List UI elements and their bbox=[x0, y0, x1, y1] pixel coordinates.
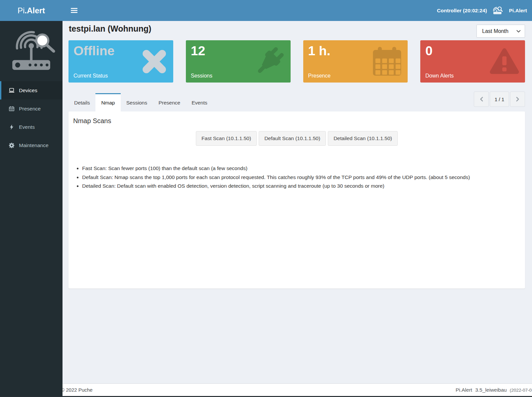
stat-label: Presence bbox=[308, 73, 331, 79]
device-tabs: Details Nmap Sessions Presence Events 1 … bbox=[68, 93, 525, 111]
note-item: Default Scan: Nmap scans the top 1,000 p… bbox=[82, 173, 525, 182]
chevron-right-icon bbox=[516, 97, 520, 102]
page-title: testpi.lan (Wohnung) bbox=[69, 24, 151, 34]
default-scan-button[interactable]: Default Scan (10.1.1.50) bbox=[259, 131, 326, 146]
gear-icon bbox=[9, 143, 15, 148]
page-header: testpi.lan (Wohnung) Last Month bbox=[68, 21, 525, 40]
stat-label: Sessions bbox=[191, 73, 212, 79]
stat-card-down-alerts: 0 Down Alerts bbox=[420, 40, 525, 83]
x-icon bbox=[141, 48, 168, 75]
footer-version-date: (2022-07-07) bbox=[510, 388, 532, 393]
bolt-icon bbox=[9, 124, 15, 130]
pager-page-indicator: 1 / 1 bbox=[490, 92, 509, 107]
stat-cards: Offline Current Status 12 Sessions bbox=[68, 40, 525, 83]
sidebar: Devices Presence bbox=[0, 21, 63, 397]
page-footer: © 2022 Puche Pi.Alert 3.5_leiweibau (202… bbox=[57, 383, 532, 396]
nmap-scan-buttons: Fast Scan (10.1.1.50) Default Scan (10.1… bbox=[68, 131, 525, 146]
stat-label: Current Status bbox=[73, 73, 108, 79]
sidebar-item-events[interactable]: Events bbox=[0, 118, 63, 136]
footer-copyright: © 2022 Puche bbox=[61, 387, 92, 393]
sidebar-item-label: Devices bbox=[19, 88, 37, 94]
period-select[interactable]: Last Month bbox=[476, 25, 525, 38]
main-content: testpi.lan (Wohnung) Last Month Offline … bbox=[63, 21, 532, 397]
footer-version-number: 3.5_leiweibau bbox=[475, 387, 507, 393]
footer-version: Pi.Alert 3.5_leiweibau (2022-07-07) bbox=[456, 387, 532, 393]
tab-events[interactable]: Events bbox=[186, 93, 213, 111]
app-logo-suffix: .Alert bbox=[25, 6, 45, 15]
nmap-panel: Nmap Scans Fast Scan (10.1.1.50) Default… bbox=[68, 111, 525, 289]
stat-card-presence: 1 h. Presence bbox=[303, 40, 408, 83]
tab-details[interactable]: Details bbox=[68, 93, 95, 111]
controller-status[interactable]: Controller (20:02:24) bbox=[437, 8, 487, 14]
nmap-notes-list: Fast Scan: Scan fewer ports (100) than t… bbox=[68, 164, 525, 191]
detailed-scan-button[interactable]: Detailed Scan (10.1.1.50) bbox=[328, 131, 398, 146]
sidebar-item-label: Events bbox=[19, 124, 35, 130]
note-item: Detailed Scan: Default scan with enabled… bbox=[82, 182, 525, 191]
router-search-icon bbox=[492, 6, 504, 15]
stat-card-current-status: Offline Current Status bbox=[68, 40, 173, 83]
pialert-app: Pi.Alert Controller (20:02:24) bbox=[0, 0, 532, 397]
period-select-value: Last Month bbox=[482, 28, 508, 34]
app-logo-prefix: Pi bbox=[18, 6, 25, 15]
pager-prev-button[interactable] bbox=[474, 92, 489, 107]
sidebar-router-logo-icon bbox=[0, 21, 63, 81]
plug-icon bbox=[253, 46, 285, 78]
calendar-icon bbox=[372, 46, 402, 77]
nmap-panel-title: Nmap Scans bbox=[68, 111, 525, 125]
sidebar-item-presence[interactable]: Presence bbox=[0, 99, 63, 118]
navbar-app-label[interactable]: Pi.Alert bbox=[509, 8, 527, 14]
laptop-icon bbox=[9, 88, 15, 93]
tab-presence[interactable]: Presence bbox=[153, 93, 186, 111]
sidebar-item-label: Maintenance bbox=[19, 142, 49, 148]
stat-card-sessions: 12 Sessions bbox=[186, 40, 291, 83]
sidebar-toggle-button[interactable] bbox=[69, 6, 79, 15]
note-item: Fast Scan: Scan fewer ports (100) than t… bbox=[82, 164, 525, 173]
sidebar-item-maintenance[interactable]: Maintenance bbox=[0, 136, 63, 154]
warning-icon bbox=[489, 46, 520, 77]
tab-sessions[interactable]: Sessions bbox=[121, 93, 153, 111]
chevron-left-icon bbox=[479, 97, 483, 102]
top-navbar: Pi.Alert Controller (20:02:24) bbox=[0, 0, 532, 21]
stat-label: Down Alerts bbox=[425, 73, 454, 79]
footer-app-name: Pi.Alert bbox=[456, 387, 472, 393]
sidebar-item-devices[interactable]: Devices bbox=[0, 81, 63, 99]
navbar-main: Controller (20:02:24) bbox=[63, 0, 532, 21]
navbar-right: Controller (20:02:24) bbox=[437, 6, 527, 15]
chevron-down-icon bbox=[516, 30, 521, 33]
sidebar-item-label: Presence bbox=[19, 106, 41, 112]
sidebar-menu: Devices Presence bbox=[0, 81, 63, 154]
tab-nmap[interactable]: Nmap bbox=[95, 93, 120, 111]
device-pager: 1 / 1 bbox=[474, 92, 525, 107]
calendar-icon bbox=[9, 106, 15, 111]
hamburger-icon bbox=[71, 8, 77, 13]
app-logo[interactable]: Pi.Alert bbox=[0, 0, 63, 21]
fast-scan-button[interactable]: Fast Scan (10.1.1.50) bbox=[196, 131, 257, 146]
pager-next-button[interactable] bbox=[510, 92, 525, 107]
